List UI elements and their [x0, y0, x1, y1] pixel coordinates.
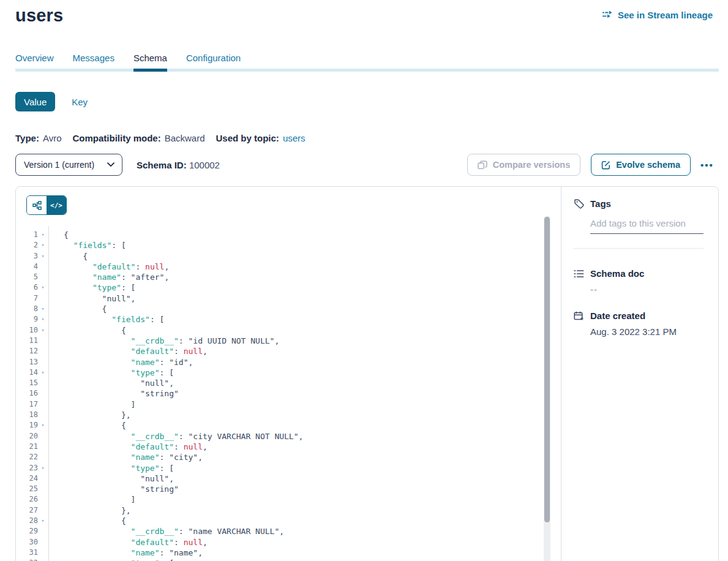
code-line: 24"null",: [16, 473, 561, 484]
fold-spacer: [38, 272, 48, 282]
date-created-header: Date created: [573, 311, 704, 321]
value-toggle-button[interactable]: Value: [15, 92, 55, 111]
line-number: 3: [16, 251, 38, 262]
editor-toolbar: </>: [26, 195, 561, 215]
line-number: 15: [16, 378, 38, 388]
fold-icon[interactable]: ▾: [38, 240, 48, 250]
fold-spacer: [38, 452, 48, 462]
code-line-text: ]: [48, 494, 135, 505]
meta-compatibility: Compatibility mode: Backward: [72, 133, 205, 143]
fold-icon[interactable]: ▾: [38, 516, 48, 526]
line-number: 24: [16, 473, 38, 484]
code-line-text: "__crdb__": "name VARCHAR NULL",: [48, 526, 284, 537]
code-line: 25"string": [16, 484, 561, 494]
code-line: 5"name": "after",: [16, 272, 561, 282]
code-line: 32▾"type": [: [16, 558, 561, 561]
tab-schema[interactable]: Schema: [133, 53, 167, 69]
code-line-text: {: [48, 516, 126, 526]
date-created-section: Date created Aug. 3 2022 3:21 PM: [573, 311, 704, 337]
fold-icon[interactable]: ▾: [38, 251, 48, 262]
tab-configuration[interactable]: Configuration: [186, 53, 241, 69]
fold-spacer: [38, 410, 48, 420]
code-line: 26]: [16, 494, 561, 505]
line-number: 25: [16, 484, 38, 494]
fold-spacer: [38, 357, 48, 367]
code-line-text: {: [48, 325, 126, 336]
fold-icon[interactable]: ▾: [38, 420, 48, 431]
meta-compat-value: Backward: [165, 133, 205, 143]
view-toggle-group: </>: [26, 195, 67, 215]
code-scrollbar-track[interactable]: [544, 216, 550, 561]
code-line-text: "fields": [: [48, 240, 126, 250]
line-number: 21: [16, 442, 38, 452]
fold-spacer: [38, 473, 48, 484]
code-line-text: },: [48, 410, 131, 420]
fold-icon[interactable]: ▾: [38, 230, 48, 240]
code-line: 1▾{: [16, 230, 561, 240]
schema-panel: </> 1▾{2▾"fields": [3▾{4"default": null,…: [15, 186, 719, 561]
code-line: 12"default": null,: [16, 346, 561, 356]
tags-header: Tags: [573, 198, 704, 209]
fold-spacer: [38, 388, 48, 399]
line-number: 14: [16, 367, 38, 378]
fold-icon[interactable]: ▾: [38, 304, 48, 314]
tags-input[interactable]: [590, 218, 704, 228]
chevron-down-icon: [107, 162, 114, 167]
evolve-schema-label: Evolve schema: [616, 160, 680, 170]
fold-icon[interactable]: ▾: [38, 282, 48, 293]
tab-messages[interactable]: Messages: [73, 53, 114, 69]
fold-icon[interactable]: ▾: [38, 463, 48, 473]
code-view-button[interactable]: </>: [47, 196, 66, 214]
schema-doc-value: --: [590, 284, 704, 295]
code-line: 23▾"type": [: [16, 463, 561, 473]
schema-doc-title: Schema doc: [590, 268, 644, 279]
code-line: 3▾{: [16, 251, 561, 262]
tree-view-icon: [32, 201, 42, 210]
more-options-button[interactable]: •••: [696, 160, 719, 170]
fold-spacer: [38, 442, 48, 452]
code-line: 28▾{: [16, 516, 561, 526]
fold-icon[interactable]: ▾: [38, 314, 48, 325]
line-number: 1: [16, 230, 38, 240]
code-line: 20"__crdb__": "city VARCHAR NOT NULL",: [16, 431, 561, 442]
code-line: 29"__crdb__": "name VARCHAR NULL",: [16, 526, 561, 537]
fold-spacer: [38, 346, 48, 356]
evolve-edit-icon: [601, 160, 610, 170]
line-number: 16: [16, 388, 38, 399]
meta-type-value: Avro: [43, 133, 62, 143]
fold-icon[interactable]: ▾: [38, 558, 48, 561]
code-line: 13"name": "id",: [16, 357, 561, 367]
topic-link[interactable]: users: [283, 133, 306, 143]
schema-id: Schema ID: 100002: [137, 160, 220, 170]
schema-page: users See in Stream lineage OverviewMess…: [0, 5, 728, 561]
line-number: 13: [16, 357, 38, 367]
compare-icon: [478, 160, 487, 170]
tree-view-button[interactable]: [27, 196, 47, 214]
tabs: OverviewMessagesSchemaConfiguration: [15, 53, 719, 69]
line-number: 7: [16, 293, 38, 304]
code-line-text: "fields": [: [48, 314, 164, 325]
tab-overview[interactable]: Overview: [15, 53, 54, 69]
tag-icon: [573, 198, 584, 209]
date-created-title: Date created: [590, 311, 645, 321]
code-scrollbar-thumb[interactable]: [544, 217, 550, 522]
code-line-text: "name": "after",: [48, 272, 169, 282]
line-number: 30: [16, 537, 38, 548]
compare-versions-button[interactable]: Compare versions: [467, 154, 581, 176]
line-number: 12: [16, 346, 38, 356]
stream-lineage-link[interactable]: See in Stream lineage: [602, 10, 713, 20]
line-number: 8: [16, 304, 38, 314]
line-number: 2: [16, 240, 38, 250]
meta-type: Type: Avro: [15, 133, 61, 143]
key-toggle-link[interactable]: Key: [72, 97, 88, 107]
schema-id-label: Schema ID:: [137, 160, 187, 170]
line-number: 11: [16, 336, 38, 346]
fold-icon[interactable]: ▾: [38, 367, 48, 378]
fold-spacer: [38, 399, 48, 410]
line-number: 32: [16, 558, 38, 561]
code-line: 11"__crdb__": "id UUID NOT NULL",: [16, 336, 561, 346]
fold-icon[interactable]: ▾: [38, 325, 48, 336]
version-select[interactable]: Version 1 (current): [15, 154, 122, 176]
line-number: 5: [16, 272, 38, 282]
evolve-schema-button[interactable]: Evolve schema: [591, 154, 691, 176]
